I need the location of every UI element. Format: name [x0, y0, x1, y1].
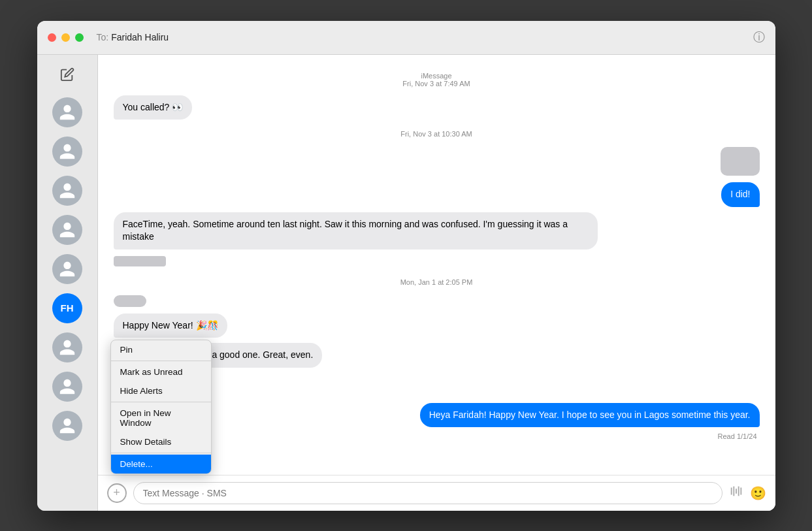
timestamp-1: iMessageFri, Nov 3 at 7:49 AM: [114, 72, 760, 88]
message-row-2: I did!: [114, 182, 760, 207]
bubble-7: Heya Faridah! Happy New Year. I hope to …: [420, 403, 760, 428]
context-menu-hide-alerts[interactable]: Hide Alerts: [111, 381, 211, 400]
sidebar-avatar-9[interactable]: [52, 411, 82, 441]
audio-icon[interactable]: [729, 484, 743, 502]
sidebar-avatar-2[interactable]: [52, 137, 82, 167]
minimize-button[interactable]: [61, 33, 70, 42]
context-menu-divider-1: [111, 361, 211, 361]
sidebar-avatar-5[interactable]: [52, 254, 82, 284]
message-row-blurred-1: [114, 146, 760, 177]
blurred-image-3: [114, 295, 146, 307]
context-menu-divider-2: [111, 402, 211, 402]
compose-button[interactable]: [56, 63, 79, 86]
context-menu: Pin Mark as Unread Hide Alerts Open in N…: [110, 340, 212, 474]
bubble-2: I did!: [721, 182, 759, 207]
traffic-lights: [48, 33, 84, 42]
message-input[interactable]: [133, 482, 723, 504]
timestamp-2: Fri, Nov 3 at 10:30 AM: [114, 130, 760, 138]
sidebar: FH: [37, 55, 98, 511]
blurred-image-1: [721, 147, 760, 176]
timestamp-1-date: Fri, Nov 3 at 7:49 AM: [402, 80, 470, 88]
context-menu-divider-3: [111, 453, 211, 453]
avatar-initials-fh: FH: [61, 302, 74, 314]
context-menu-mark-unread[interactable]: Mark as Unread: [111, 362, 211, 381]
message-row-4: Happy New Year! 🎉🎊: [114, 314, 760, 338]
sidebar-avatar-7[interactable]: [52, 332, 82, 362]
context-menu-delete[interactable]: Delete...: [111, 455, 211, 474]
context-menu-show-details[interactable]: Show Details: [111, 432, 211, 451]
messages-window: To: Faridah Haliru ⓘ: [37, 21, 775, 511]
to-label: To:: [97, 32, 109, 42]
sidebar-avatar-8[interactable]: [52, 372, 82, 402]
blurred-image-2: [114, 256, 166, 266]
sidebar-avatar-1[interactable]: [52, 97, 82, 127]
bubble-4: Happy New Year! 🎉🎊: [114, 314, 227, 338]
maximize-button[interactable]: [75, 33, 84, 42]
bubble-1: You called? 👀: [114, 95, 193, 120]
sidebar-avatar-3[interactable]: [52, 176, 82, 206]
message-row-blurred-3: [114, 294, 760, 308]
input-bar: + 🙂: [98, 475, 775, 511]
message-row-blurred-2: [114, 255, 760, 268]
emoji-icon[interactable]: 🙂: [750, 485, 766, 501]
message-row-3: FaceTime, yeah. Sometime around ten last…: [114, 212, 760, 249]
timestamp-3: Mon, Jan 1 at 2:05 PM: [114, 278, 760, 286]
sidebar-avatar-4[interactable]: [52, 215, 82, 245]
info-icon[interactable]: ⓘ: [753, 29, 765, 45]
sidebar-avatar-fh[interactable]: FH: [52, 293, 82, 323]
title-bar: To: Faridah Haliru ⓘ: [37, 21, 775, 55]
close-button[interactable]: [48, 33, 56, 42]
message-row-1: You called? 👀: [114, 95, 760, 120]
context-menu-pin[interactable]: Pin: [111, 340, 211, 359]
bubble-3: FaceTime, yeah. Sometime around ten last…: [114, 212, 598, 249]
context-menu-open-new-window[interactable]: Open in New Window: [111, 404, 211, 432]
add-button[interactable]: +: [107, 483, 127, 503]
recipient-name: Faridah Haliru: [111, 32, 169, 42]
